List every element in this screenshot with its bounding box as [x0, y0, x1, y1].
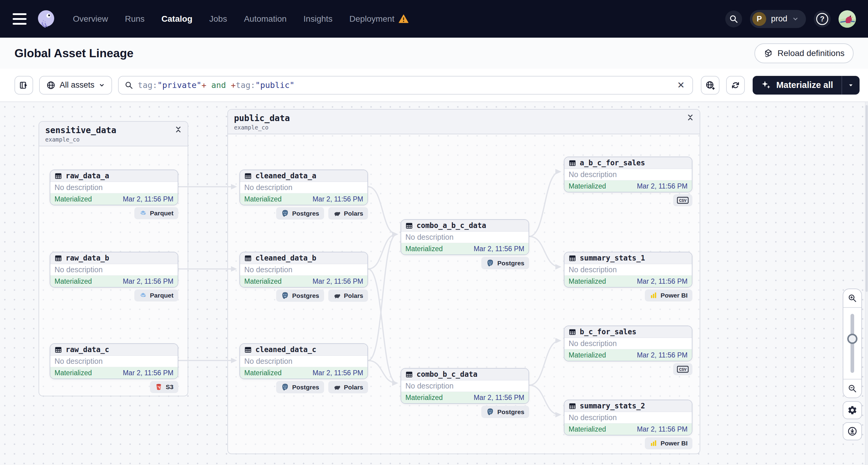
- reload-definitions-label: Reload definitions: [777, 49, 844, 58]
- asset-name: raw_data_c: [66, 345, 109, 354]
- canvas-scrollbar[interactable]: [865, 102, 868, 465]
- kind-tag-power-bi[interactable]: Power BI: [645, 289, 692, 302]
- graph-settings-button[interactable]: [843, 401, 862, 419]
- asset-node-b_c_for_sales[interactable]: b_c_for_sales No description Materialize…: [564, 326, 692, 362]
- powerbi-icon: [650, 439, 657, 447]
- asset-node-header: raw_data_a: [50, 170, 178, 182]
- kind-tag-postgres[interactable]: Postgres: [276, 289, 324, 302]
- refresh-button[interactable]: [726, 76, 745, 95]
- nav-item-overview[interactable]: Overview: [73, 14, 108, 24]
- page-header: Global Asset Lineage Reload definitions: [0, 38, 868, 69]
- zoom-slider-handle[interactable]: [847, 334, 858, 344]
- zoom-in-button[interactable]: [843, 289, 861, 307]
- menu-icon[interactable]: [13, 13, 27, 25]
- materialize-options-button[interactable]: [842, 76, 860, 95]
- kind-tag-label: Postgres: [497, 259, 524, 267]
- kind-tag-s3[interactable]: S3: [150, 381, 178, 393]
- environment-switcher[interactable]: P prod: [750, 10, 806, 28]
- lineage-edge: [529, 385, 560, 415]
- status-badge: Materialized: [244, 369, 282, 377]
- csv-icon: CSV: [677, 365, 689, 373]
- kind-tag-label: Power BI: [660, 292, 688, 299]
- kind-tag-postgres[interactable]: Postgres: [276, 207, 324, 220]
- toggle-sidebar-button[interactable]: [14, 76, 33, 95]
- asset-status-row: Materialized Mar 2, 11:56 PM: [240, 276, 367, 287]
- polars-icon: [333, 210, 341, 217]
- kind-tag-postgres[interactable]: Postgres: [481, 406, 529, 418]
- nav-item-catalog[interactable]: Catalog: [161, 14, 192, 24]
- zoom-out-icon: [848, 384, 857, 393]
- kind-tag-polars[interactable]: Polars: [328, 381, 368, 393]
- kind-tag-csv[interactable]: CSV: [673, 194, 692, 206]
- zoom-controls: [843, 288, 862, 398]
- asset-node-cleaned_data_b[interactable]: cleaned_data_b No description Materializ…: [240, 252, 368, 288]
- asset-node-header: summary_stats_2: [564, 400, 692, 412]
- kind-tag-label: Polars: [344, 384, 363, 391]
- nav-item-insights[interactable]: Insights: [304, 14, 333, 24]
- materialization-timestamp: Mar 2, 11:56 PM: [637, 182, 688, 190]
- asset-scope-dropdown[interactable]: All assets: [39, 76, 112, 95]
- kind-tag-parquet[interactable]: Parquet: [134, 207, 178, 219]
- new-asset-selection-button[interactable]: [701, 76, 719, 95]
- search-button[interactable]: [725, 10, 742, 27]
- asset-kind-tags: S3: [50, 381, 178, 393]
- caret-down-icon: [847, 82, 854, 89]
- kind-tag-csv[interactable]: CSV: [673, 363, 692, 375]
- status-badge: Materialized: [569, 351, 606, 359]
- scrollbar-thumb[interactable]: [866, 105, 868, 292]
- dagster-logo-icon[interactable]: [36, 9, 56, 29]
- lineage-canvas[interactable]: sensitive_data example_co public_data ex…: [0, 102, 868, 465]
- asset-node-raw_data_b[interactable]: raw_data_b No description Materialized M…: [50, 252, 178, 288]
- nav-item-jobs[interactable]: Jobs: [209, 14, 227, 24]
- postgres-icon: [486, 259, 494, 267]
- asset-node-summary_stats_1[interactable]: summary_stats_1 No description Materiali…: [564, 252, 692, 288]
- kind-tag-power-bi[interactable]: Power BI: [645, 437, 692, 450]
- parquet-icon: [139, 291, 147, 299]
- asset-node-raw_data_a[interactable]: raw_data_a No description Materialized M…: [50, 169, 178, 206]
- nav-item-runs[interactable]: Runs: [125, 14, 145, 24]
- asset-scope-label: All assets: [60, 81, 95, 90]
- kind-tag-postgres[interactable]: Postgres: [481, 257, 529, 269]
- help-button[interactable]: ?: [814, 10, 831, 27]
- user-avatar[interactable]: [838, 10, 856, 28]
- asset-node-header: summary_stats_1: [564, 252, 692, 264]
- asset-status-row: Materialized Mar 2, 11:56 PM: [564, 349, 692, 361]
- asset-description: No description: [564, 264, 692, 276]
- asset-node-cleaned_data_c[interactable]: cleaned_data_c No description Materializ…: [240, 343, 368, 379]
- asset-filter-input[interactable]: tag:"private"+ and +tag:"public" ✕: [118, 76, 693, 95]
- asset-kind-tags: Parquet: [50, 289, 178, 302]
- kind-tag-polars[interactable]: Polars: [328, 207, 368, 220]
- kind-tag-parquet[interactable]: Parquet: [134, 289, 178, 302]
- asset-name: summary_stats_1: [580, 254, 645, 262]
- question-icon: ?: [816, 13, 828, 25]
- asset-description: No description: [50, 264, 178, 276]
- asset-name: b_c_for_sales: [580, 328, 637, 336]
- materialize-all-button[interactable]: Materialize all: [753, 76, 841, 95]
- asset-description: No description: [50, 182, 178, 193]
- asset-description: No description: [564, 338, 692, 349]
- asset-status-row: Materialized Mar 2, 11:56 PM: [50, 367, 178, 378]
- kind-tag-polars[interactable]: Polars: [328, 289, 368, 302]
- clear-filter-icon[interactable]: ✕: [675, 80, 686, 90]
- asset-node-summary_stats_2[interactable]: summary_stats_2 No description Materiali…: [564, 400, 692, 435]
- asset-node-raw_data_c[interactable]: raw_data_c No description Materialized M…: [50, 343, 178, 379]
- asset-node-cleaned_data_a[interactable]: cleaned_data_a No description Materializ…: [240, 169, 368, 206]
- asset-description: No description: [50, 356, 178, 367]
- nav-item-automation[interactable]: Automation: [244, 14, 287, 24]
- page-title: Global Asset Lineage: [14, 47, 133, 60]
- chevron-down-icon: [99, 82, 105, 88]
- materialization-timestamp: Mar 2, 11:56 PM: [313, 195, 363, 203]
- asset-node-combo_a_b_c_data[interactable]: combo_a_b_c_data No description Material…: [401, 219, 529, 255]
- kind-tag-label: Polars: [344, 210, 363, 217]
- reload-definitions-button[interactable]: Reload definitions: [754, 43, 854, 63]
- asset-node-combo_b_c_data[interactable]: combo_b_c_data No description Materializ…: [401, 368, 529, 404]
- filter-query-text: tag:"private"+ and +tag:"public": [138, 81, 671, 90]
- download-image-button[interactable]: [843, 422, 862, 440]
- nav-item-deployment[interactable]: Deployment: [349, 14, 409, 24]
- kind-tag-postgres[interactable]: Postgres: [276, 381, 324, 393]
- table-icon: [244, 172, 252, 180]
- asset-node-a_b_c_for_sales[interactable]: a_b_c_for_sales No description Materiali…: [564, 157, 692, 192]
- nav-item-label: Automation: [244, 14, 287, 24]
- asset-kind-tags: Postgres: [401, 257, 529, 269]
- zoom-out-button[interactable]: [843, 379, 861, 398]
